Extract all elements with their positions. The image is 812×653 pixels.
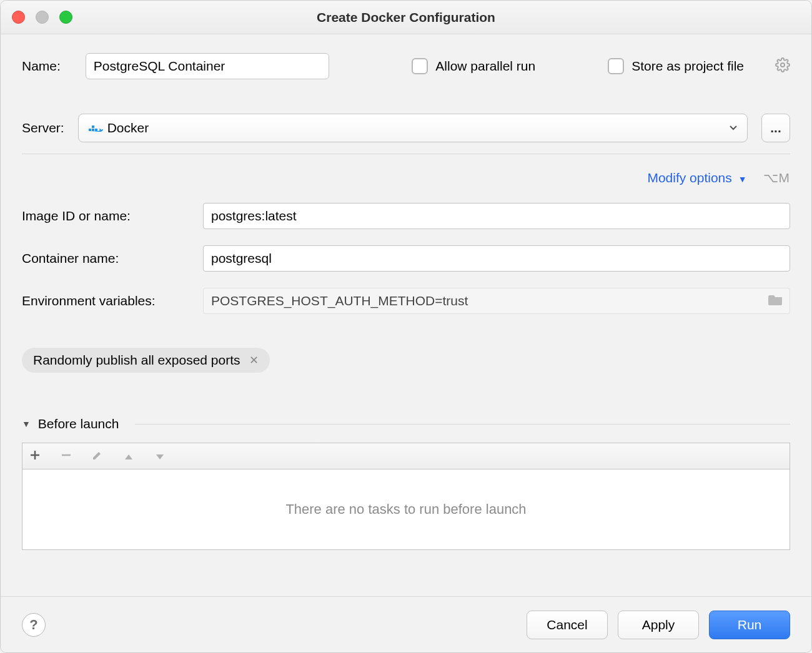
empty-tasks-text: There are no tasks to run before launch (285, 501, 526, 518)
env-label: Environment variables: (22, 293, 203, 308)
image-label: Image ID or name: (22, 209, 203, 223)
container-input[interactable] (203, 245, 790, 272)
svg-rect-3 (95, 129, 97, 131)
env-value: POSTGRES_HOST_AUTH_METHOD=trust (211, 293, 468, 308)
docker-icon (87, 123, 101, 133)
before-launch-task-list: There are no tasks to run before launch (22, 469, 790, 550)
env-row: Environment variables: POSTGRES_HOST_AUT… (22, 288, 790, 314)
divider (22, 154, 790, 154)
server-row: Server: Docker ... (22, 114, 790, 142)
image-row: Image ID or name: (22, 203, 790, 229)
before-launch-toolbar (22, 443, 790, 469)
name-label: Name: (22, 59, 61, 74)
container-row: Container name: (22, 245, 790, 272)
divider (135, 424, 790, 425)
svg-rect-2 (92, 129, 94, 131)
window-title: Create Docker Configuration (1, 10, 811, 25)
titlebar: Create Docker Configuration (1, 1, 811, 34)
before-launch-section: ▼ Before launch There are no tasks to ru… (22, 416, 790, 550)
option-tag-random-ports[interactable]: Randomly publish all exposed ports ✕ (22, 348, 270, 373)
checkbox-icon (412, 58, 428, 74)
store-project-label: Store as project file (631, 59, 744, 74)
before-launch-header[interactable]: ▼ Before launch (22, 416, 790, 431)
cancel-button[interactable]: Cancel (527, 611, 608, 639)
store-project-checkbox[interactable]: Store as project file (608, 58, 744, 74)
modify-options-row: Modify options ▼ ⌥M (22, 170, 790, 185)
edit-button[interactable] (90, 448, 105, 464)
folder-icon[interactable] (768, 293, 783, 308)
before-launch-title: Before launch (38, 416, 119, 431)
server-browse-button[interactable]: ... (761, 114, 790, 142)
close-icon[interactable]: ✕ (249, 353, 259, 367)
move-down-button[interactable] (152, 448, 167, 464)
image-input[interactable] (203, 203, 790, 229)
help-button[interactable]: ? (22, 613, 46, 637)
remove-button[interactable] (59, 448, 74, 464)
allow-parallel-checkbox[interactable]: Allow parallel run (412, 58, 535, 74)
option-tag-label: Randomly publish all exposed ports (33, 353, 240, 368)
run-label: Run (738, 617, 762, 632)
gear-icon[interactable] (775, 57, 790, 76)
server-selected: Docker (107, 120, 149, 135)
chevron-down-icon: ▼ (22, 419, 31, 429)
add-button[interactable] (27, 448, 42, 464)
env-input[interactable]: POSTGRES_HOST_AUTH_METHOD=trust (203, 288, 790, 314)
svg-rect-4 (92, 125, 94, 128)
server-label: Server: (22, 120, 64, 135)
checkbox-icon (608, 58, 624, 74)
server-dropdown[interactable]: Docker (78, 114, 748, 142)
dialog-footer: ? Cancel Apply Run (1, 596, 811, 652)
run-button[interactable]: Run (709, 611, 790, 639)
move-up-button[interactable] (121, 448, 136, 464)
modify-options-text: Modify options (647, 170, 731, 185)
name-row: Name: Allow parallel run Store as projec… (22, 53, 790, 79)
svg-point-0 (781, 63, 785, 67)
container-label: Container name: (22, 251, 203, 266)
modify-options-link[interactable]: Modify options ▼ (647, 170, 746, 185)
cancel-label: Cancel (547, 617, 587, 632)
chevron-down-icon: ▼ (738, 174, 747, 184)
apply-button[interactable]: Apply (618, 611, 699, 639)
apply-label: Apply (642, 617, 675, 632)
name-input[interactable] (86, 53, 329, 79)
modify-options-shortcut: ⌥M (763, 170, 791, 185)
chevron-down-icon (728, 120, 738, 135)
svg-rect-1 (89, 129, 91, 131)
allow-parallel-label: Allow parallel run (435, 59, 535, 74)
